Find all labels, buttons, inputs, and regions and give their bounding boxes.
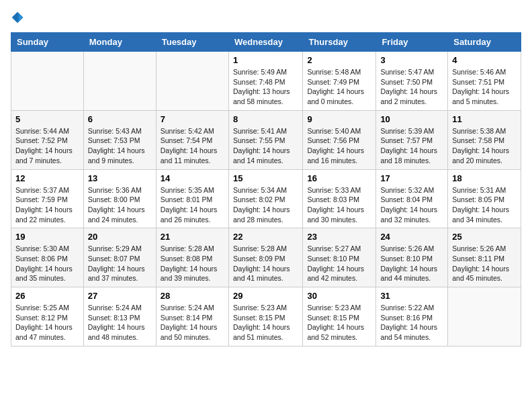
day-number: 29 [233, 291, 298, 301]
weekday-header-monday: Monday [83, 33, 156, 52]
calendar-cell [156, 52, 228, 111]
calendar-cell: 28Sunrise: 5:24 AM Sunset: 8:14 PM Dayli… [156, 287, 228, 347]
day-number: 1 [233, 55, 298, 65]
day-info: Sunrise: 5:23 AM Sunset: 8:15 PM Dayligh… [307, 303, 371, 342]
calendar-cell: 16Sunrise: 5:33 AM Sunset: 8:03 PM Dayli… [303, 169, 376, 228]
day-info: Sunrise: 5:28 AM Sunset: 8:09 PM Dayligh… [233, 244, 298, 283]
calendar-cell [448, 287, 521, 347]
day-info: Sunrise: 5:26 AM Sunset: 8:11 PM Dayligh… [452, 244, 517, 283]
day-number: 19 [15, 232, 79, 242]
calendar-cell: 26Sunrise: 5:25 AM Sunset: 8:12 PM Dayli… [11, 287, 84, 347]
day-info: Sunrise: 5:24 AM Sunset: 8:14 PM Dayligh… [161, 303, 224, 342]
day-number: 3 [380, 55, 443, 65]
day-info: Sunrise: 5:41 AM Sunset: 7:55 PM Dayligh… [233, 126, 298, 166]
calendar-cell: 31Sunrise: 5:22 AM Sunset: 8:16 PM Dayli… [376, 287, 448, 347]
day-number: 18 [452, 173, 517, 183]
calendar-cell: 10Sunrise: 5:39 AM Sunset: 7:57 PM Dayli… [376, 110, 448, 169]
day-number: 22 [233, 232, 298, 242]
weekday-header-row: SundayMondayTuesdayWednesdayThursdayFrid… [11, 33, 521, 52]
calendar-cell: 25Sunrise: 5:26 AM Sunset: 8:11 PM Dayli… [448, 228, 521, 287]
day-info: Sunrise: 5:30 AM Sunset: 8:06 PM Dayligh… [15, 244, 79, 283]
day-number: 17 [380, 173, 443, 183]
calendar-cell: 18Sunrise: 5:31 AM Sunset: 8:05 PM Dayli… [448, 169, 521, 228]
day-number: 27 [88, 291, 152, 301]
calendar-cell: 1Sunrise: 5:49 AM Sunset: 7:48 PM Daylig… [228, 52, 302, 111]
calendar-table: SundayMondayTuesdayWednesdayThursdayFrid… [11, 32, 521, 347]
day-number: 13 [88, 173, 152, 183]
calendar-cell: 23Sunrise: 5:27 AM Sunset: 8:10 PM Dayli… [303, 228, 376, 287]
calendar-cell: 3Sunrise: 5:47 AM Sunset: 7:50 PM Daylig… [376, 52, 448, 111]
weekday-header-sunday: Sunday [11, 33, 84, 52]
day-info: Sunrise: 5:25 AM Sunset: 8:12 PM Dayligh… [15, 303, 79, 342]
day-info: Sunrise: 5:48 AM Sunset: 7:49 PM Dayligh… [307, 67, 371, 107]
day-number: 4 [452, 55, 517, 65]
calendar-cell: 8Sunrise: 5:41 AM Sunset: 7:55 PM Daylig… [228, 110, 302, 169]
calendar-cell: 14Sunrise: 5:35 AM Sunset: 8:01 PM Dayli… [156, 169, 228, 228]
day-number: 26 [15, 291, 79, 301]
day-number: 9 [307, 114, 371, 124]
calendar-cell: 19Sunrise: 5:30 AM Sunset: 8:06 PM Dayli… [11, 228, 84, 287]
calendar-cell: 4Sunrise: 5:46 AM Sunset: 7:51 PM Daylig… [448, 52, 521, 111]
calendar-cell: 21Sunrise: 5:28 AM Sunset: 8:08 PM Dayli… [156, 228, 228, 287]
logo [11, 11, 27, 24]
day-number: 14 [161, 173, 224, 183]
calendar-cell: 13Sunrise: 5:36 AM Sunset: 8:00 PM Dayli… [83, 169, 156, 228]
calendar-week-row: 12Sunrise: 5:37 AM Sunset: 7:59 PM Dayli… [11, 169, 521, 228]
day-info: Sunrise: 5:35 AM Sunset: 8:01 PM Dayligh… [161, 185, 224, 225]
calendar-cell: 2Sunrise: 5:48 AM Sunset: 7:49 PM Daylig… [303, 52, 376, 111]
day-number: 5 [15, 114, 79, 124]
calendar-cell: 5Sunrise: 5:44 AM Sunset: 7:52 PM Daylig… [11, 110, 84, 169]
calendar-week-row: 5Sunrise: 5:44 AM Sunset: 7:52 PM Daylig… [11, 110, 521, 169]
day-number: 28 [161, 291, 224, 301]
calendar-cell: 6Sunrise: 5:43 AM Sunset: 7:53 PM Daylig… [83, 110, 156, 169]
weekday-header-thursday: Thursday [303, 33, 376, 52]
day-info: Sunrise: 5:36 AM Sunset: 8:00 PM Dayligh… [88, 185, 152, 225]
day-info: Sunrise: 5:39 AM Sunset: 7:57 PM Dayligh… [380, 126, 443, 166]
calendar-cell: 12Sunrise: 5:37 AM Sunset: 7:59 PM Dayli… [11, 169, 84, 228]
calendar-cell: 29Sunrise: 5:23 AM Sunset: 8:15 PM Dayli… [228, 287, 302, 347]
day-number: 30 [307, 291, 371, 301]
day-number: 15 [233, 173, 298, 183]
day-info: Sunrise: 5:24 AM Sunset: 8:13 PM Dayligh… [88, 303, 152, 342]
calendar-cell: 17Sunrise: 5:32 AM Sunset: 8:04 PM Dayli… [376, 169, 448, 228]
day-info: Sunrise: 5:31 AM Sunset: 8:05 PM Dayligh… [452, 185, 517, 225]
day-info: Sunrise: 5:23 AM Sunset: 8:15 PM Dayligh… [233, 303, 298, 342]
weekday-header-friday: Friday [376, 33, 448, 52]
day-number: 31 [380, 291, 443, 301]
day-number: 11 [452, 114, 517, 124]
day-info: Sunrise: 5:44 AM Sunset: 7:52 PM Dayligh… [15, 126, 79, 166]
day-info: Sunrise: 5:26 AM Sunset: 8:10 PM Dayligh… [380, 244, 443, 283]
day-number: 20 [88, 232, 152, 242]
calendar-cell: 22Sunrise: 5:28 AM Sunset: 8:09 PM Dayli… [228, 228, 302, 287]
calendar-cell: 7Sunrise: 5:42 AM Sunset: 7:54 PM Daylig… [156, 110, 228, 169]
calendar-week-row: 26Sunrise: 5:25 AM Sunset: 8:12 PM Dayli… [11, 287, 521, 347]
day-number: 24 [380, 232, 443, 242]
calendar-cell: 24Sunrise: 5:26 AM Sunset: 8:10 PM Dayli… [376, 228, 448, 287]
day-number: 8 [233, 114, 298, 124]
day-info: Sunrise: 5:49 AM Sunset: 7:48 PM Dayligh… [233, 67, 298, 107]
day-number: 25 [452, 232, 517, 242]
calendar-cell [11, 52, 84, 111]
day-info: Sunrise: 5:33 AM Sunset: 8:03 PM Dayligh… [307, 185, 371, 225]
header [11, 11, 521, 24]
day-number: 7 [161, 114, 224, 124]
day-info: Sunrise: 5:29 AM Sunset: 8:07 PM Dayligh… [88, 244, 152, 283]
day-info: Sunrise: 5:38 AM Sunset: 7:58 PM Dayligh… [452, 126, 517, 166]
weekday-header-saturday: Saturday [448, 33, 521, 52]
day-info: Sunrise: 5:46 AM Sunset: 7:51 PM Dayligh… [452, 67, 517, 107]
day-info: Sunrise: 5:43 AM Sunset: 7:53 PM Dayligh… [88, 126, 152, 166]
calendar-cell: 20Sunrise: 5:29 AM Sunset: 8:07 PM Dayli… [83, 228, 156, 287]
day-number: 2 [307, 55, 371, 65]
weekday-header-wednesday: Wednesday [228, 33, 302, 52]
calendar-cell: 30Sunrise: 5:23 AM Sunset: 8:15 PM Dayli… [303, 287, 376, 347]
day-info: Sunrise: 5:34 AM Sunset: 8:02 PM Dayligh… [233, 185, 298, 225]
calendar-cell [83, 52, 156, 111]
day-info: Sunrise: 5:32 AM Sunset: 8:04 PM Dayligh… [380, 185, 443, 225]
day-info: Sunrise: 5:40 AM Sunset: 7:56 PM Dayligh… [307, 126, 371, 166]
day-number: 21 [161, 232, 224, 242]
day-number: 23 [307, 232, 371, 242]
calendar-cell: 11Sunrise: 5:38 AM Sunset: 7:58 PM Dayli… [448, 110, 521, 169]
day-number: 16 [307, 173, 371, 183]
weekday-header-tuesday: Tuesday [156, 33, 228, 52]
day-info: Sunrise: 5:42 AM Sunset: 7:54 PM Dayligh… [161, 126, 224, 166]
